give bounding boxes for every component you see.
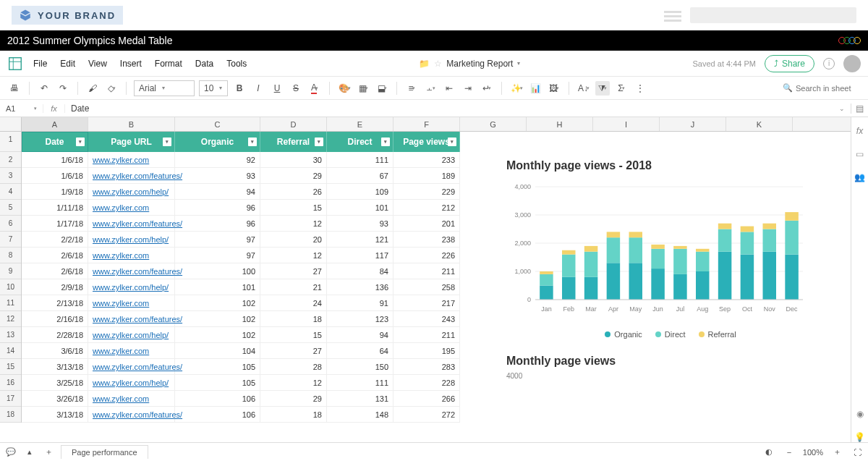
row-number[interactable]: 5 <box>0 200 21 216</box>
cell-organic[interactable]: 100 <box>175 263 260 279</box>
print-icon[interactable]: 🖶 <box>7 81 22 96</box>
cell-date[interactable]: 2/13/18 <box>22 295 88 311</box>
cell-organic[interactable]: 105 <box>175 359 260 375</box>
cell-views[interactable]: 258 <box>393 279 460 295</box>
font-size-select[interactable]: 10▾ <box>199 80 228 96</box>
row-number[interactable]: 6 <box>0 216 21 232</box>
cell-organic[interactable]: 105 <box>175 375 260 391</box>
zoom-out-icon[interactable]: − <box>783 446 796 459</box>
row-number[interactable]: 10 <box>0 279 21 295</box>
cell-referral[interactable]: 18 <box>260 407 327 423</box>
cell-views[interactable]: 211 <box>393 263 460 279</box>
search-input[interactable] <box>796 84 861 93</box>
sheets-menu-icon[interactable]: ▴ <box>23 446 36 459</box>
cell-referral[interactable]: 27 <box>260 343 327 359</box>
indent-dec-icon[interactable]: ⇤ <box>442 81 456 96</box>
cell-date[interactable]: 1/6/18 <box>22 168 88 184</box>
col-header[interactable]: A <box>22 117 88 131</box>
row-number[interactable]: 9 <box>0 263 21 279</box>
row-number[interactable]: 11 <box>0 295 21 311</box>
cell-referral[interactable]: 20 <box>260 232 327 248</box>
cell-referral[interactable]: 28 <box>260 359 327 375</box>
col-header[interactable]: K <box>726 117 793 131</box>
avatar[interactable] <box>843 55 861 72</box>
cell-date[interactable]: 1/9/18 <box>22 184 88 200</box>
cell-views[interactable]: 238 <box>393 232 460 248</box>
row-number[interactable]: 12 <box>0 311 21 327</box>
merge-icon[interactable]: ⬓▾ <box>375 81 389 96</box>
cell-direct[interactable]: 123 <box>327 311 393 327</box>
cell-views[interactable]: 217 <box>393 295 460 311</box>
row-number[interactable]: 1 <box>0 132 21 152</box>
menu-file[interactable]: File <box>33 59 47 69</box>
cond-format-icon[interactable]: ✨▾ <box>509 81 524 96</box>
cell-url[interactable]: www.zylker.com <box>88 248 175 263</box>
info-icon[interactable]: i <box>823 58 835 69</box>
cell-url[interactable]: www.zylker.com/features/ <box>88 168 175 184</box>
cell-date[interactable]: 3/13/18 <box>22 407 88 423</box>
hamburger-icon[interactable] <box>664 9 681 22</box>
underline-icon[interactable]: U <box>270 81 284 96</box>
row-number[interactable]: 17 <box>0 391 21 407</box>
indent-inc-icon[interactable]: ⇥ <box>461 81 475 96</box>
doc-title-area[interactable]: 📁 ☆ Marketing Report ▾ <box>251 59 688 69</box>
paint-format-icon[interactable]: 🖌 <box>85 81 100 96</box>
more-icon[interactable]: ⋮ <box>633 81 647 96</box>
menu-data[interactable]: Data <box>195 59 213 69</box>
row-number[interactable]: 8 <box>0 248 21 263</box>
search-sheet[interactable]: 🔍 <box>783 83 861 93</box>
idea-icon[interactable]: 💡 <box>854 432 865 442</box>
cell-direct[interactable]: 117 <box>327 248 393 263</box>
cell-url[interactable]: www.zylker.com/help/ <box>88 327 175 343</box>
cell-url[interactable]: www.zylker.com <box>88 343 175 359</box>
sum-icon[interactable]: Σ▾ <box>614 81 629 96</box>
cell-url[interactable]: www.zylker.com <box>88 200 175 216</box>
cell-url[interactable]: www.zylker.com/help/ <box>88 279 175 295</box>
cell-organic[interactable]: 102 <box>175 295 260 311</box>
zoom-in-icon[interactable]: ＋ <box>830 446 843 459</box>
cell-date[interactable]: 2/28/18 <box>22 327 88 343</box>
text-color-icon[interactable]: A▾ <box>307 81 322 96</box>
col-header[interactable]: C <box>175 117 260 131</box>
add-sheet-icon[interactable]: ＋ <box>42 446 55 459</box>
sort-icon[interactable]: A↓▾ <box>576 81 591 96</box>
row-number[interactable]: 2 <box>0 152 21 168</box>
cell-referral[interactable]: 12 <box>260 248 327 263</box>
filter-button-icon[interactable]: ▾ <box>76 138 85 146</box>
col-header[interactable]: H <box>527 117 593 131</box>
cell-referral[interactable]: 21 <box>260 279 327 295</box>
cell-direct[interactable]: 94 <box>327 327 393 343</box>
menu-edit[interactable]: Edit <box>60 59 75 69</box>
cell-organic[interactable]: 93 <box>175 168 260 184</box>
col-header[interactable]: B <box>88 117 175 131</box>
clear-format-icon[interactable]: ◇▾ <box>104 81 119 96</box>
cell-referral[interactable]: 24 <box>260 295 327 311</box>
filter-button-icon[interactable]: ▾ <box>448 138 456 146</box>
cell-direct[interactable]: 93 <box>327 216 393 232</box>
col-header[interactable]: F <box>393 117 460 131</box>
brand-logo[interactable]: YOUR BRAND <box>12 6 123 25</box>
row-number[interactable]: 3 <box>0 168 21 184</box>
cell-organic[interactable]: 102 <box>175 327 260 343</box>
cell-views[interactable]: 243 <box>393 311 460 327</box>
strike-icon[interactable]: S <box>289 81 303 96</box>
cell-views[interactable]: 212 <box>393 200 460 216</box>
header-organic[interactable]: Organic▾ <box>175 132 260 152</box>
cell-direct[interactable]: 148 <box>327 407 393 423</box>
v-align-icon[interactable]: ⫠▾ <box>423 81 438 96</box>
filter-icon[interactable]: ⧩▾ <box>595 81 610 96</box>
cell-url[interactable]: www.zylker.com/help/ <box>88 184 175 200</box>
cell-date[interactable]: 2/6/18 <box>22 248 88 263</box>
font-select[interactable]: Arial▾ <box>134 80 195 96</box>
cell-url[interactable]: www.zylker.com/help/ <box>88 232 175 248</box>
cell-views[interactable]: 228 <box>393 375 460 391</box>
fill-color-icon[interactable]: 🎨▾ <box>337 81 352 96</box>
cell-organic[interactable]: 96 <box>175 216 260 232</box>
fullscreen-icon[interactable]: ⛶ <box>851 446 864 459</box>
cell-organic[interactable]: 101 <box>175 279 260 295</box>
cell-url[interactable]: www.zylker.com <box>88 295 175 311</box>
cell-direct[interactable]: 64 <box>327 343 393 359</box>
header-views[interactable]: Page views▾ <box>393 132 460 152</box>
col-header[interactable]: J <box>660 117 726 131</box>
row-number[interactable]: 16 <box>0 375 21 391</box>
